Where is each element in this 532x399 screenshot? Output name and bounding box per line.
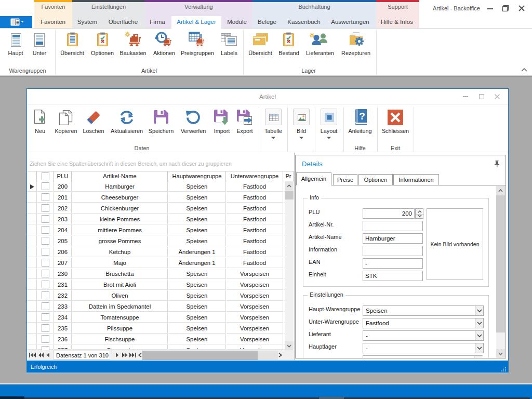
svg-text:?: ?: [359, 111, 365, 122]
